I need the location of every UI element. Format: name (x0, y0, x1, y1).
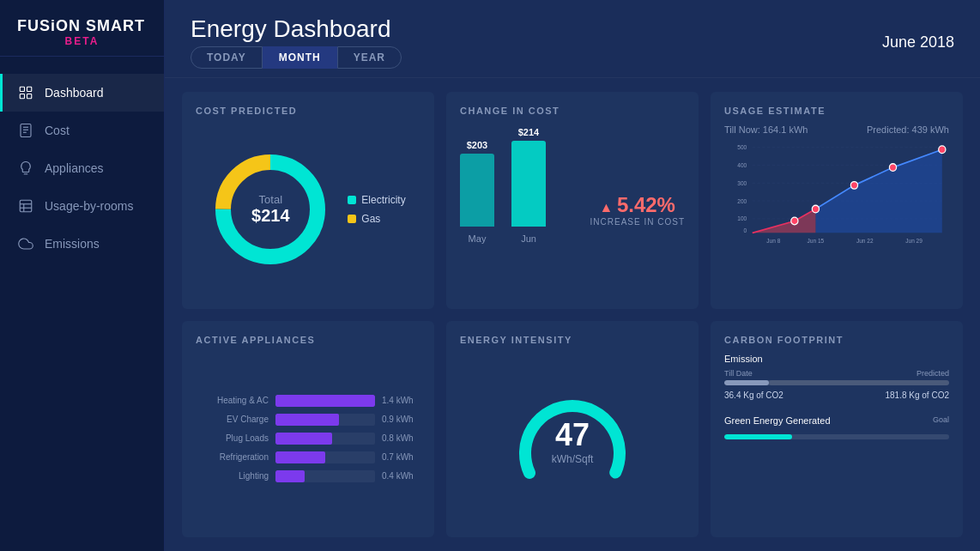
goal-label: Goal (933, 415, 949, 431)
svg-text:200: 200 (737, 197, 747, 203)
svg-rect-1 (27, 87, 32, 91)
predicted-value: 181.8 Kg of CO2 (886, 391, 950, 400)
appliance-bar (275, 433, 332, 445)
svg-rect-2 (20, 94, 24, 99)
appliance-value: 0.9 kWh (382, 415, 420, 424)
jun-bar (511, 141, 546, 227)
appliances-title: ACTIVE APPLIANCES (196, 335, 420, 345)
emission-bar-wrap (724, 380, 949, 385)
svg-text:0: 0 (744, 227, 747, 233)
svg-point-32 (889, 164, 896, 172)
sidebar-header: FUSiON SMART BETA (0, 0, 164, 57)
dashboard-grid: COST PREDICTED Total $214 (165, 78, 980, 551)
emission-predicted-bar (769, 380, 949, 385)
lightbulb-icon (17, 160, 34, 177)
gauge-unit: kWh/Sqft (552, 453, 594, 465)
cost-bar-chart: $203 May $214 Jun (460, 158, 573, 261)
gas-dot (348, 215, 356, 223)
sidebar-item-appliances[interactable]: Appliances (0, 149, 164, 187)
usage-estimate-title: USAGE ESTIMATE (724, 106, 949, 116)
cost-predicted-title: COST PREDICTED (196, 106, 420, 116)
brand-title: FUSiON SMART (17, 17, 147, 35)
svg-point-30 (812, 205, 819, 213)
svg-point-29 (791, 217, 798, 225)
change-cost-title: CHANGE IN COST (460, 106, 685, 116)
appliance-bar-wrap (275, 451, 375, 463)
svg-text:Jun 15: Jun 15 (808, 237, 825, 243)
active-appliances-card: ACTIVE APPLIANCES Heating & AC 1.4 kWh E… (182, 321, 434, 538)
svg-text:Jun 29: Jun 29 (905, 237, 923, 243)
sidebar: FUSiON SMART BETA Dashboard Cost Applian… (0, 0, 165, 551)
gauge-chart: 47 kWh/Sqft (512, 378, 632, 499)
list-item: Plug Loads 0.8 kWh (196, 433, 420, 445)
intensity-inner: 47 kWh/Sqft (460, 354, 685, 524)
svg-text:300: 300 (737, 180, 747, 186)
gauge-value: 47 (552, 417, 594, 453)
appliance-bar-wrap (275, 395, 375, 407)
carbon-values: 36.4 Kg of CO2 181.8 Kg of CO2 (724, 391, 949, 400)
list-item: EV Charge 0.9 kWh (196, 414, 420, 426)
svg-text:500: 500 (737, 144, 747, 150)
sidebar-item-emissions[interactable]: Emissions (0, 225, 164, 263)
change-in-cost-card: CHANGE IN COST $203 May $214 Jun (446, 92, 699, 309)
donut-total-value: $214 (251, 206, 290, 226)
page-title: Energy Dashboard (191, 15, 402, 43)
cost-legend: Electricity Gas (348, 194, 405, 225)
sidebar-item-label: Emissions (45, 237, 100, 251)
appliance-bar (275, 395, 375, 407)
cost-predicted-card: COST PREDICTED Total $214 (182, 92, 434, 309)
svg-rect-4 (21, 124, 31, 137)
time-tabs: TODAY MONTH YEAR (191, 46, 402, 69)
donut-chart: Total $214 (210, 149, 330, 269)
sidebar-item-label: Usage-by-rooms (45, 199, 133, 213)
appliance-value: 0.7 kWh (382, 452, 420, 462)
tab-today[interactable]: TODAY (191, 46, 263, 69)
svg-marker-28 (753, 209, 816, 233)
may-bar (460, 154, 494, 227)
bar-jun: $214 Jun (511, 127, 546, 244)
till-date-value: 36.4 Kg of CO2 (724, 391, 783, 400)
svg-text:100: 100 (737, 215, 747, 221)
may-value: $203 (467, 140, 487, 150)
predicted-label: Predicted: 439 kWh (867, 124, 949, 135)
date-label: June 2018 (882, 33, 954, 51)
appliance-bar-wrap (275, 470, 375, 482)
grid-icon (17, 84, 34, 101)
usage-estimate-card: USAGE ESTIMATE Till Now: 164.1 kWh Predi… (711, 92, 963, 309)
appliance-bar-wrap (275, 433, 375, 445)
electricity-dot (348, 196, 356, 204)
till-now-label: Till Now: 164.1 kWh (724, 124, 808, 135)
bar-may: $203 May (460, 140, 494, 244)
till-date-label: Till Date (724, 369, 753, 378)
main-content: Energy Dashboard TODAY MONTH YEAR June 2… (165, 0, 980, 551)
emission-title: Emission (724, 354, 949, 364)
appliance-value: 0.8 kWh (382, 433, 420, 443)
emission-till-bar (724, 380, 769, 385)
gauge-center: 47 kWh/Sqft (552, 417, 594, 465)
green-bar-fill (724, 434, 792, 439)
legend-electricity: Electricity (348, 194, 405, 206)
appliance-bar (275, 414, 339, 426)
sidebar-item-usage[interactable]: Usage-by-rooms (0, 187, 164, 225)
emission-bar-row: Till Date Predicted (724, 369, 949, 378)
appliance-name: Plug Loads (196, 433, 269, 443)
appliance-name: Heating & AC (196, 396, 269, 405)
gas-label: Gas (361, 213, 380, 225)
sidebar-item-cost[interactable]: Cost (0, 112, 164, 149)
sidebar-item-label: Appliances (45, 161, 104, 175)
sidebar-item-dashboard[interactable]: Dashboard (0, 74, 164, 112)
emission-section: Emission Till Date Predicted 36.4 Kg of … (724, 354, 949, 400)
jun-label: Jun (521, 233, 536, 244)
tab-year[interactable]: YEAR (337, 46, 402, 69)
carbon-title: CARBON FOOTPRINT (724, 335, 949, 345)
appliance-name: EV Charge (196, 415, 269, 424)
tab-month[interactable]: MONTH (263, 46, 337, 69)
percent-display: ▲ 5.42% INCREASE IN COST (582, 193, 685, 227)
change-cost-inner: $203 May $214 Jun ▲ 5.42% INCRE (460, 124, 685, 295)
green-energy-title: Green Energy Generated (724, 415, 831, 426)
appliance-value: 1.4 kWh (382, 396, 420, 405)
appliance-bar (275, 470, 305, 482)
donut-total-label: Total (251, 193, 290, 206)
beta-label: BETA (17, 35, 147, 47)
sidebar-nav: Dashboard Cost Appliances Usage-by-rooms (0, 74, 164, 551)
